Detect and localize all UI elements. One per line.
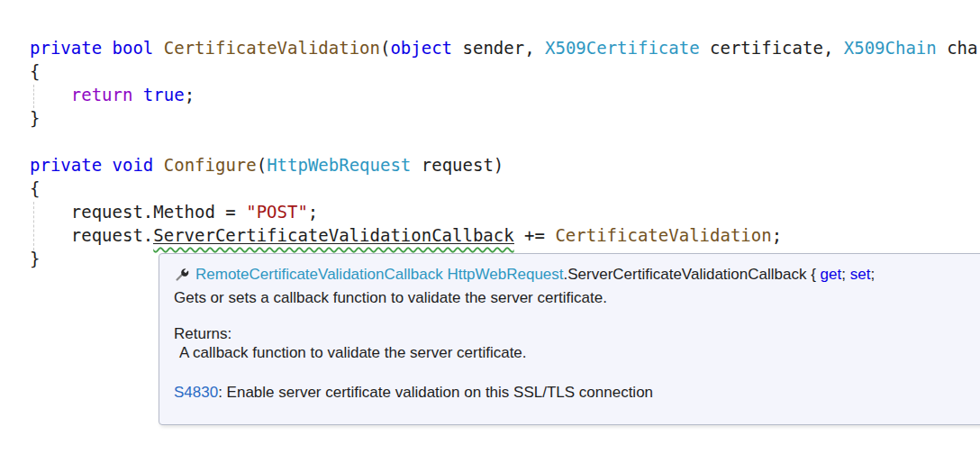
code-line[interactable]: } bbox=[30, 106, 980, 130]
code-token: ( bbox=[257, 155, 267, 175]
code-token: ; bbox=[870, 266, 875, 283]
code-token: request. bbox=[30, 225, 153, 245]
code-token: Configure bbox=[164, 155, 257, 175]
code-token: { bbox=[30, 178, 40, 198]
code-token bbox=[102, 38, 112, 58]
signature-text: RemoteCertificateValidationCallback Http… bbox=[195, 266, 875, 284]
code-token: += bbox=[514, 225, 556, 245]
code-token bbox=[102, 155, 112, 175]
code-line[interactable]: private void Configure(HttpWebRequest re… bbox=[30, 153, 980, 177]
code-token: CertificateValidation bbox=[555, 225, 771, 245]
code-token: ; bbox=[185, 85, 195, 104]
code-token: ; bbox=[772, 225, 782, 245]
code-token: request.Method = bbox=[30, 202, 246, 222]
sonar-rule-row: S4830: Enable server certificate validat… bbox=[174, 384, 980, 402]
member-description: Gets or sets a callback function to vali… bbox=[174, 289, 980, 307]
code-token: HttpWebRequest bbox=[267, 155, 411, 175]
code-token: return bbox=[71, 85, 133, 104]
code-token bbox=[153, 38, 163, 58]
code-line[interactable]: return true; bbox=[30, 83, 980, 106]
code-line[interactable]: request.ServerCertificateValidationCallb… bbox=[30, 223, 980, 247]
code-token: object bbox=[390, 38, 452, 58]
code-token: set bbox=[850, 266, 871, 283]
code-token bbox=[153, 155, 163, 175]
code-token: sender, bbox=[452, 38, 545, 58]
code-token: bool bbox=[113, 38, 154, 58]
code-token: "POST" bbox=[246, 202, 308, 222]
returns-label: Returns: bbox=[174, 325, 980, 343]
code-token: cha bbox=[937, 38, 978, 58]
code-token bbox=[30, 85, 71, 104]
wrench-icon bbox=[174, 268, 189, 283]
code-token bbox=[132, 85, 142, 104]
code-line[interactable]: request.Method = "POST"; bbox=[30, 200, 980, 223]
code-line[interactable]: { bbox=[30, 177, 980, 200]
code-token: private bbox=[30, 155, 102, 175]
editor-screenshot: { "palette": { "kw": "#0a00e6", "ty": "#… bbox=[0, 0, 980, 472]
code-token: X509Chain bbox=[844, 38, 937, 58]
code-token: ( bbox=[380, 38, 390, 58]
code-token: { bbox=[30, 61, 40, 81]
code-token: private bbox=[30, 38, 102, 58]
code-token: CertificateValidation bbox=[164, 38, 380, 58]
code-editor[interactable]: private bool CertificateValidation(objec… bbox=[30, 36, 980, 270]
code-token: RemoteCertificateValidationCallback bbox=[195, 266, 443, 283]
code-token: } bbox=[30, 108, 40, 128]
code-token: certificate, bbox=[700, 38, 844, 58]
code-line[interactable]: private bool CertificateValidation(objec… bbox=[30, 36, 980, 59]
code-token: get bbox=[821, 266, 842, 283]
code-token: true bbox=[143, 85, 185, 104]
code-token: } bbox=[30, 249, 40, 268]
returns-value: A callback function to validate the serv… bbox=[174, 344, 980, 362]
code-token: .ServerCertificateValidationCallback { bbox=[564, 266, 821, 283]
code-line[interactable]: { bbox=[30, 59, 980, 83]
rule-message: : Enable server certificate validation o… bbox=[218, 384, 653, 401]
code-token: void bbox=[113, 155, 154, 175]
rule-link[interactable]: S4830 bbox=[174, 384, 218, 401]
code-line[interactable] bbox=[30, 130, 980, 153]
code-token: request) bbox=[411, 155, 504, 175]
member-signature: RemoteCertificateValidationCallback Http… bbox=[174, 265, 980, 285]
code-token: HttpWebRequest bbox=[447, 266, 563, 283]
server-certificate-validation-callback-member[interactable]: ServerCertificateValidationCallback bbox=[153, 225, 513, 245]
code-token: ; bbox=[841, 266, 849, 283]
code-token: X509Certificate bbox=[545, 38, 700, 58]
quick-info-tooltip: RemoteCertificateValidationCallback Http… bbox=[159, 253, 980, 425]
code-token: ; bbox=[308, 202, 318, 222]
